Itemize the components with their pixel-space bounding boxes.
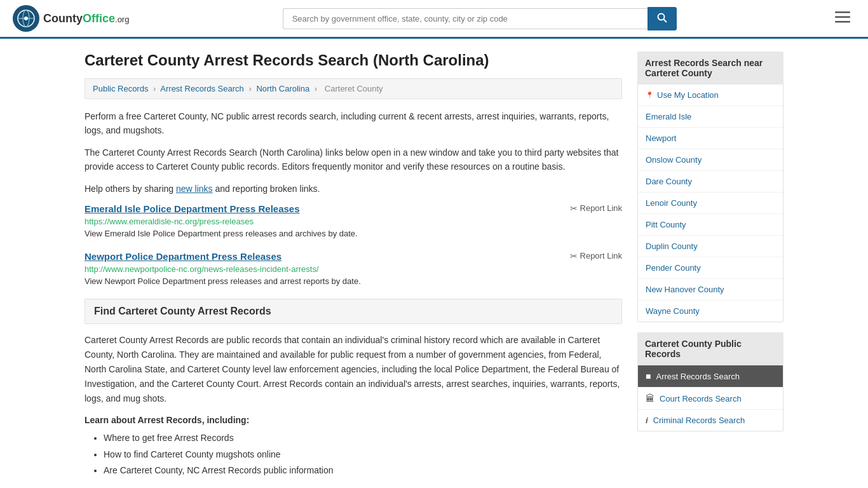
new-links-link[interactable]: new links [176, 184, 213, 194]
sidebar-item-dare[interactable]: Dare County [638, 171, 783, 193]
use-location-item[interactable]: 📍 Use My Location [638, 85, 783, 106]
page-title: Carteret County Arrest Records Search (N… [85, 51, 622, 69]
main-container: Carteret County Arrest Records Search (N… [72, 39, 796, 488]
breadcrumb-public-records[interactable]: Public Records [93, 84, 148, 93]
sidebar-item-pitt[interactable]: Pitt County [638, 214, 783, 236]
breadcrumb-carteret: Carteret County [325, 84, 383, 93]
sidebar-public-criminal[interactable]: i Criminal Records Search [638, 410, 783, 431]
logo-icon [13, 5, 39, 32]
sidebar-item-lenoir[interactable]: Lenoir County [638, 193, 783, 214]
breadcrumb-north-carolina[interactable]: North Carolina [256, 84, 309, 93]
bullet-2: Are Carteret County, NC Arrest Records p… [104, 463, 622, 478]
sidebar-nearby-title: Arrest Records Search near Carteret Coun… [637, 51, 783, 85]
link-url-0: https://www.emeraldisle-nc.org/press-rel… [85, 217, 622, 226]
link-url-1: http://www.newportpolice-nc.org/news-rel… [85, 264, 622, 274]
link-desc-1: View Newport Police Department press rel… [85, 276, 622, 286]
find-section-body: Carteret County Arrest Records are publi… [85, 333, 622, 406]
svg-rect-6 [835, 11, 850, 13]
description-para1: Perform a free Carteret County, NC publi… [85, 109, 622, 138]
header-right [830, 8, 855, 29]
report-link-btn-0[interactable]: ✂ Report Link [570, 203, 622, 214]
bullet-0: Where to get free Arrest Records [104, 430, 622, 446]
description-para2: The Carteret County Arrest Records Searc… [85, 146, 622, 174]
link-card-0: Emerald Isle Police Department Press Rel… [85, 203, 622, 238]
link-card-1: Newport Police Department Press Releases… [85, 251, 622, 286]
link-title-1[interactable]: Newport Police Department Press Releases [85, 251, 281, 262]
description-para3: Help others by sharing new links and rep… [85, 182, 622, 196]
logo-text: CountyOffice.org [43, 12, 129, 25]
svg-rect-8 [835, 21, 850, 23]
find-section-heading: Find Carteret County Arrest Records [85, 299, 622, 324]
menu-button[interactable] [830, 8, 855, 29]
report-link-btn-1[interactable]: ✂ Report Link [570, 251, 622, 261]
sidebar-item-emerald-isle[interactable]: Emerald Isle [638, 106, 783, 128]
report-icon-1: ✂ [570, 251, 578, 261]
arrest-icon: ■ [646, 371, 651, 381]
learn-heading: Learn about Arrest Records, including: [85, 415, 622, 425]
use-location-link[interactable]: Use My Location [657, 90, 719, 100]
sidebar-item-newport[interactable]: Newport [638, 128, 783, 149]
court-icon: 🏛 [646, 393, 654, 403]
sidebar-item-onslow[interactable]: Onslow County [638, 149, 783, 171]
sidebar-public-arrest[interactable]: ■ Arrest Records Search [638, 365, 783, 388]
logo-area: CountyOffice.org [13, 5, 129, 32]
sidebar-nearby-links: 📍 Use My Location Emerald Isle Newport O… [637, 85, 783, 322]
sidebar-public-court[interactable]: 🏛 Court Records Search [638, 388, 783, 410]
bullet-1: How to find Carteret County mugshots onl… [104, 447, 622, 463]
sidebar-item-wayne[interactable]: Wayne County [638, 301, 783, 322]
search-input[interactable] [283, 8, 648, 29]
link-desc-0: View Emerald Isle Police Department pres… [85, 229, 622, 238]
svg-point-4 [658, 13, 664, 20]
svg-line-5 [663, 19, 667, 22]
location-pin-icon: 📍 [646, 92, 653, 98]
svg-rect-7 [835, 17, 850, 18]
sidebar: Arrest Records Search near Carteret Coun… [637, 51, 783, 478]
sidebar-item-pender[interactable]: Pender County [638, 257, 783, 279]
content-area: Carteret County Arrest Records Search (N… [85, 51, 622, 478]
search-button[interactable] [648, 7, 677, 30]
search-area [283, 7, 677, 30]
link-title-0[interactable]: Emerald Isle Police Department Press Rel… [85, 203, 300, 214]
header: CountyOffice.org [0, 0, 868, 39]
sidebar-public-links: ■ Arrest Records Search 🏛 Court Records … [637, 365, 783, 431]
breadcrumb-arrest-records[interactable]: Arrest Records Search [160, 84, 244, 93]
sidebar-item-duplin[interactable]: Duplin County [638, 236, 783, 257]
criminal-icon: i [646, 416, 648, 425]
report-icon-0: ✂ [570, 203, 578, 214]
sidebar-public-title: Carteret County Public Records [637, 332, 783, 365]
breadcrumb: Public Records › Arrest Records Search ›… [85, 78, 622, 99]
sidebar-item-new-hanover[interactable]: New Hanover County [638, 279, 783, 301]
bullet-list: Where to get free Arrest Records How to … [104, 430, 622, 478]
svg-point-3 [24, 17, 28, 20]
